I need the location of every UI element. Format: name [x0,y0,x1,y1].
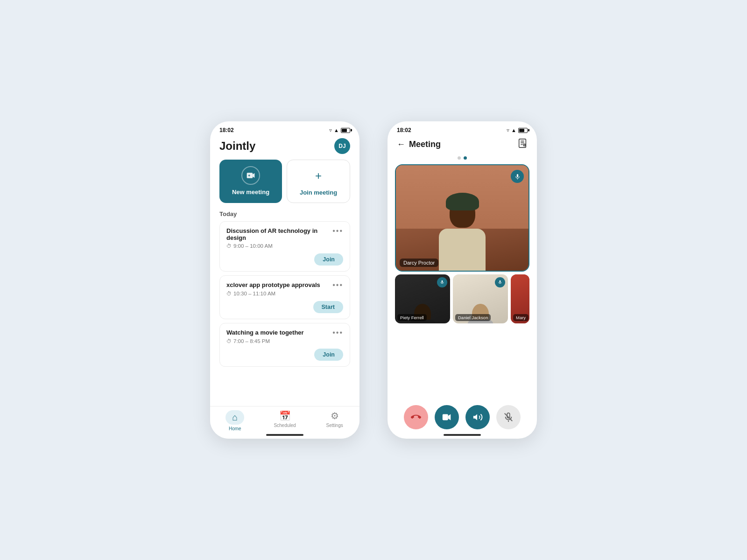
svg-rect-12 [443,414,448,420]
join-meeting-icon: + [309,167,328,185]
new-meeting-icon [241,166,260,185]
back-button[interactable]: ← Meeting [397,140,441,149]
app-title: Jointly [219,140,255,153]
video-button[interactable] [435,405,459,429]
speaker-button[interactable] [465,405,490,429]
battery-icon-right [518,128,528,133]
thumb-mic-2 [495,277,505,287]
meeting-title-3: Watching a movie together [226,329,332,336]
nav-home-label: Home [229,426,241,431]
action-buttons: New meeting + Join meeting [210,160,359,210]
meetings-list: Discussion of AR technology in design ••… [210,221,359,367]
meeting-title-2: xclover app prototype approvals [226,281,332,288]
back-arrow-icon: ← [397,140,405,149]
meeting-time-2: ⏱ 10:30 – 11:10 AM [226,291,343,296]
screen-container: 18:02 ▿ ▲ Jointly DJ [0,0,747,560]
svg-rect-11 [500,280,501,283]
thumb-1: Piety Ferrell [395,274,450,323]
home-bar-right [444,434,481,436]
home-bar-left [266,434,303,436]
thumb-name-1: Piety Ferrell [397,314,427,321]
user-avatar[interactable]: DJ [334,138,350,154]
scheduled-icon: 📅 [279,410,291,421]
clock-icon-3: ⏱ [226,338,232,344]
main-mic-badge [511,170,524,183]
meeting-card-3: Watching a movie together ••• ⏱ 7:00 – 8… [219,323,350,367]
main-video-bg [396,165,529,271]
signal-icon-right: ▲ [511,127,516,133]
clock-icon-1: ⏱ [226,243,232,249]
meeting-card-header-2: xclover app prototype approvals ••• [226,281,343,289]
dot-2 [464,156,467,160]
thumb-mic-1 [437,277,447,287]
meeting-time-1: ⏱ 9:00 – 10:00 AM [226,243,343,249]
time-left: 18:02 [219,127,234,133]
main-video: Darcy Proctor [395,164,529,272]
meeting-card-header-3: Watching a movie together ••• [226,329,343,336]
meeting-title-1: Discussion of AR technology in design [226,227,332,241]
thumb-name-2: Daniel Jackson [455,314,491,321]
notes-icon[interactable] [517,138,528,151]
new-meeting-button[interactable]: New meeting [219,160,282,203]
end-call-button[interactable] [404,405,428,429]
left-phone: 18:02 ▿ ▲ Jointly DJ [210,121,359,439]
meeting-more-2[interactable]: ••• [332,281,343,289]
meeting-action-1: Join [226,253,343,266]
meeting-action-3: Join [226,349,343,361]
join-button-1[interactable]: Join [314,253,343,266]
right-phone: 18:02 ▿ ▲ ← Meeting [388,121,537,439]
meeting-time-3: ⏱ 7:00 – 8:45 PM [226,338,343,344]
nav-scheduled[interactable]: 📅 Scheduled [260,410,310,431]
battery-icon [341,128,350,133]
video-thumbnails: Piety Ferrell Daniel Ja [395,274,529,323]
dot-1 [458,156,461,160]
meeting-more-3[interactable]: ••• [332,329,343,336]
meeting-action-2: Start [226,301,343,313]
join-button-3[interactable]: Join [314,349,343,361]
wifi-icon: ▿ [329,127,332,133]
meeting-page-title: Meeting [409,140,441,149]
start-button-2[interactable]: Start [313,301,343,313]
home-icon: ⌂ [232,412,238,422]
settings-icon: ⚙ [331,410,339,421]
app-header: Jointly DJ [210,136,359,160]
svg-rect-10 [442,280,443,283]
page-dots [388,156,537,164]
meeting-card-2: xclover app prototype approvals ••• ⏱ 10… [219,275,350,319]
nav-scheduled-label: Scheduled [274,423,296,428]
status-icons-left: ▿ ▲ [329,127,350,133]
meeting-card-1: Discussion of AR technology in design ••… [219,221,350,272]
status-bar-left: 18:02 ▿ ▲ [210,121,359,136]
meeting-card-header-1: Discussion of AR technology in design ••… [226,227,343,241]
time-right: 18:02 [397,127,411,133]
join-meeting-button[interactable]: + Join meeting [287,160,350,203]
main-name-tag: Darcy Proctor [400,259,438,267]
nav-home[interactable]: ⌂ Home [210,410,260,431]
svg-rect-8 [516,174,518,177]
mute-button[interactable] [496,405,521,429]
svg-marker-13 [473,414,477,420]
status-icons-right: ▿ ▲ [507,127,528,133]
signal-icon: ▲ [334,127,339,133]
nav-settings[interactable]: ⚙ Settings [310,410,359,431]
thumb-2: Daniel Jackson [453,274,508,323]
thumb-3: Mary [511,274,529,323]
meeting-more-1[interactable]: ••• [332,227,343,235]
section-label: Today [210,210,359,221]
status-bar-right: 18:02 ▿ ▲ [388,121,537,136]
clock-icon-2: ⏱ [226,291,232,296]
wifi-icon-right: ▿ [507,127,509,133]
meeting-header: ← Meeting [388,136,537,156]
thumb-name-3: Mary [513,314,529,321]
call-controls [388,405,537,429]
nav-settings-label: Settings [326,423,343,428]
